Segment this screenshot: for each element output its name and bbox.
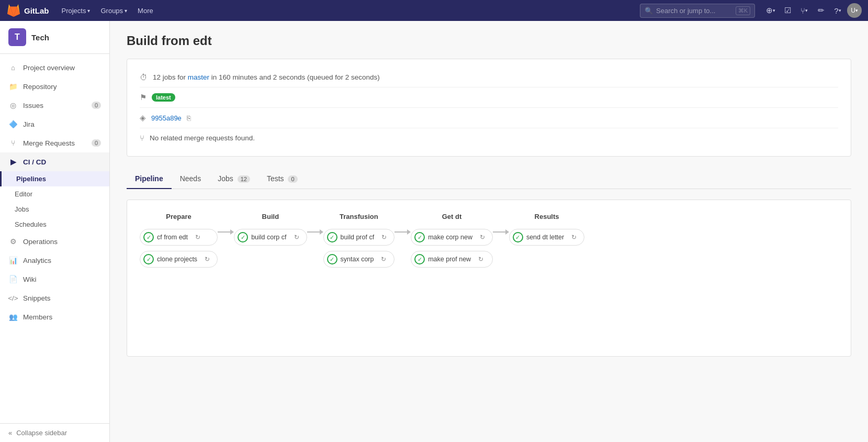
success-icon: ✓ — [238, 232, 248, 242]
chevron-left-icon: « — [8, 429, 12, 437]
tab-jobs[interactable]: Jobs 12 — [209, 169, 258, 189]
issue-icon: ◎ — [8, 101, 18, 110]
job-clone-projects[interactable]: ✓ clone projects ↻ — [140, 251, 218, 268]
branch-link[interactable]: master — [188, 73, 209, 81]
pipeline-info-card: ⏱ 12 jobs for master in 160 minutes and … — [127, 59, 851, 157]
connector-4 — [493, 229, 509, 235]
projects-menu[interactable]: Projects ▾ — [58, 5, 95, 17]
sidebar-item-cicd[interactable]: ▶ CI / CD — [0, 152, 109, 171]
stage-prepare: Prepare ✓ cf from edt ↻ ✓ clone projects… — [140, 213, 218, 268]
stage-build: Build ✓ build corp cf ↻ — [234, 213, 307, 246]
mr-icon: ⑂ — [140, 134, 144, 142]
collapse-sidebar-button[interactable]: « Collapse sidebar — [0, 423, 109, 442]
badge-row: ⚑ latest — [140, 90, 838, 105]
success-icon: ✓ — [513, 232, 523, 242]
sidebar-item-jira[interactable]: 🔷 Jira — [0, 115, 109, 134]
success-icon: ✓ — [327, 232, 337, 242]
search-input[interactable] — [656, 7, 732, 15]
job-build-corp-cf[interactable]: ✓ build corp cf ↻ — [234, 229, 307, 246]
sidebar-brand: T Tech — [0, 21, 109, 54]
more-menu[interactable]: More — [133, 5, 157, 17]
tab-needs[interactable]: Needs — [172, 169, 209, 189]
job-make-corp-new[interactable]: ✓ make corp new ↻ — [411, 229, 493, 246]
retry-icon[interactable]: ↻ — [569, 233, 579, 242]
edit-icon[interactable]: ✏ — [814, 3, 828, 18]
stage-transfusion-title: Transfusion — [340, 213, 378, 220]
cicd-icon: ▶ — [8, 157, 18, 167]
sidebar-item-snippets[interactable]: </> Snippets — [0, 289, 109, 307]
retry-icon[interactable]: ↻ — [202, 255, 212, 264]
analytics-icon: 📊 — [8, 256, 18, 265]
todo-icon[interactable]: ☑ — [780, 3, 795, 18]
create-button[interactable]: ⊕ ▾ — [763, 3, 778, 18]
stage-get-dt: Get dt ✓ make corp new ↻ ✓ make prof new… — [411, 213, 493, 268]
sidebar-item-analytics[interactable]: 📊 Analytics — [0, 251, 109, 270]
help-icon[interactable]: ? ▾ — [830, 3, 845, 18]
connector-1 — [218, 229, 234, 235]
avatar[interactable]: U ▾ — [847, 3, 862, 18]
sidebar-subitem-schedules[interactable]: Schedules — [0, 217, 109, 232]
latest-badge: latest — [152, 93, 175, 102]
success-icon: ✓ — [143, 232, 154, 242]
sidebar-subitem-pipelines[interactable]: Pipelines — [0, 171, 109, 186]
stage-build-jobs: ✓ build corp cf ↻ — [234, 229, 307, 246]
brand-icon: T — [8, 28, 26, 46]
sidebar-item-issues[interactable]: ◎ Issues 0 — [0, 96, 109, 115]
connector-3 — [394, 229, 411, 235]
kbd-hint: ⌘K — [736, 6, 750, 15]
retry-icon[interactable]: ↻ — [379, 255, 388, 264]
merge-request-icon[interactable]: ⑂ ▾ — [797, 3, 811, 18]
pipeline-graph: Prepare ✓ cf from edt ↻ ✓ clone projects… — [127, 200, 851, 357]
sidebar-item-merge-requests[interactable]: ⑂ Merge Requests 0 — [0, 134, 109, 152]
search-bar[interactable]: 🔍 ⌘K — [640, 4, 755, 18]
retry-icon[interactable]: ↻ — [379, 233, 389, 242]
copy-icon[interactable]: ⎘ — [187, 114, 191, 122]
flag-icon: ⚑ — [140, 93, 146, 102]
topnav-items: Projects ▾ Groups ▾ More — [58, 5, 157, 17]
job-build-prof-cf[interactable]: ✓ build prof cf ↻ — [323, 229, 395, 246]
page-title: Build from edt — [127, 34, 851, 48]
stage-results-title: Results — [535, 213, 559, 220]
sidebar-item-wiki[interactable]: 📄 Wiki — [0, 270, 109, 289]
stage-get-dt-jobs: ✓ make corp new ↻ ✓ make prof new ↻ — [411, 229, 493, 268]
sidebar-nav: ⌂ Project overview 📁 Repository ◎ Issues… — [0, 54, 109, 423]
commit-hash-link[interactable]: 9955a89e — [151, 114, 182, 122]
issues-badge: 0 — [92, 102, 101, 109]
sidebar-item-members[interactable]: 👥 Members — [0, 307, 109, 326]
stage-results: Results ✓ send dt letter ↻ — [509, 213, 584, 246]
home-icon: ⌂ — [8, 63, 18, 72]
snippets-icon: </> — [8, 293, 18, 303]
commit-icon: ◈ — [140, 113, 146, 123]
retry-icon[interactable]: ↻ — [478, 233, 487, 242]
retry-icon[interactable]: ↻ — [193, 233, 202, 242]
stage-results-jobs: ✓ send dt letter ↻ — [509, 229, 584, 246]
brand-name: Tech — [31, 33, 49, 42]
search-icon: 🔍 — [645, 7, 653, 15]
gitlab-text: GitLab — [24, 6, 49, 15]
book-icon: 📁 — [8, 82, 18, 91]
job-send-dt-letter[interactable]: ✓ send dt letter ↻ — [509, 229, 584, 246]
jira-icon: 🔷 — [8, 119, 18, 129]
sidebar-item-repository[interactable]: 📁 Repository — [0, 77, 109, 96]
pipeline-tabs: Pipeline Needs Jobs 12 Tests 0 — [127, 169, 851, 189]
tab-tests[interactable]: Tests 0 — [258, 169, 306, 189]
mr-badge: 0 — [92, 139, 101, 147]
gitlab-logo[interactable]: GitLab — [6, 3, 49, 18]
retry-icon[interactable]: ↻ — [292, 233, 301, 242]
job-syntax-corp[interactable]: ✓ syntax corp ↻ — [323, 251, 395, 268]
sidebar-item-operations[interactable]: ⚙ Operations — [0, 232, 109, 251]
stage-prepare-title: Prepare — [166, 213, 191, 220]
sidebar-item-project-overview[interactable]: ⌂ Project overview — [0, 58, 109, 77]
job-make-prof-new[interactable]: ✓ make prof new ↻ — [411, 251, 493, 268]
sidebar-subitem-jobs[interactable]: Jobs — [0, 202, 109, 217]
stage-transfusion: Transfusion ✓ build prof cf ↻ ✓ syntax c… — [323, 213, 395, 268]
topnav-icons: ⊕ ▾ ☑ ⑂ ▾ ✏ ? ▾ U ▾ — [763, 3, 862, 18]
job-cf-from-edt[interactable]: ✓ cf from edt ↻ — [140, 229, 218, 246]
groups-menu[interactable]: Groups ▾ — [96, 5, 131, 17]
tab-pipeline[interactable]: Pipeline — [127, 169, 172, 189]
retry-icon[interactable]: ↻ — [476, 255, 486, 264]
jobs-tab-badge: 12 — [238, 175, 250, 183]
topnav: GitLab Projects ▾ Groups ▾ More 🔍 ⌘K ⊕ ▾… — [0, 0, 868, 21]
merge-icon: ⑂ — [8, 138, 18, 148]
sidebar-subitem-editor[interactable]: Editor — [0, 186, 109, 202]
